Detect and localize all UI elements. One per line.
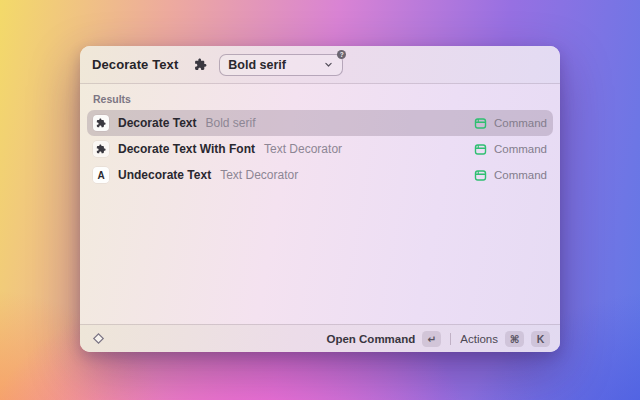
action-bar: Open Command ↵ Actions ⌘ K <box>80 324 560 352</box>
k-key-badge: K <box>531 331 550 347</box>
puzzle-icon <box>93 115 109 131</box>
command-header: Decorate Text Bold serif ? <box>80 46 560 84</box>
argument-dropdown-value: Bold serif <box>228 58 324 72</box>
raycast-diamond-icon <box>92 332 105 345</box>
result-row-decorate-text-with-font[interactable]: Decorate Text With Font Text Decorator C… <box>87 136 553 162</box>
result-subtitle: Text Decorator <box>264 142 342 156</box>
result-type-badge: Command <box>494 117 547 129</box>
results-section-label: Results <box>80 84 560 110</box>
letter-a-icon: A <box>93 167 109 183</box>
command-window-icon <box>474 169 487 182</box>
results-section: Results Decorate Text Bold serif Command <box>80 84 560 188</box>
result-row-undecorate-text[interactable]: A Undecorate Text Text Decorator Command <box>87 162 553 188</box>
puzzle-icon <box>194 58 208 72</box>
desktop-background: Decorate Text Bold serif ? Results <box>0 0 640 400</box>
return-key-badge: ↵ <box>422 331 441 347</box>
result-type-badge: Command <box>494 169 547 181</box>
result-title: Decorate Text With Font <box>118 142 255 156</box>
result-row-decorate-text[interactable]: Decorate Text Bold serif Command <box>87 110 553 136</box>
question-badge: ? <box>337 50 346 59</box>
footer-divider <box>450 333 451 345</box>
command-window-icon <box>474 117 487 130</box>
command-title: Decorate Text <box>92 57 178 72</box>
command-window-icon <box>474 143 487 156</box>
result-title: Decorate Text <box>118 116 196 130</box>
argument-dropdown[interactable]: Bold serif ? <box>219 54 343 76</box>
raycast-window: Decorate Text Bold serif ? Results <box>80 46 560 352</box>
actions-menu-button[interactable]: Actions <box>460 333 498 345</box>
cmd-key-badge: ⌘ <box>505 331 524 347</box>
result-subtitle: Text Decorator <box>220 168 298 182</box>
chevron-down-icon <box>324 60 334 70</box>
puzzle-icon <box>93 141 109 157</box>
result-type-badge: Command <box>494 143 547 155</box>
result-subtitle: Bold serif <box>205 116 255 130</box>
result-title: Undecorate Text <box>118 168 211 182</box>
open-command-action[interactable]: Open Command <box>326 333 415 345</box>
